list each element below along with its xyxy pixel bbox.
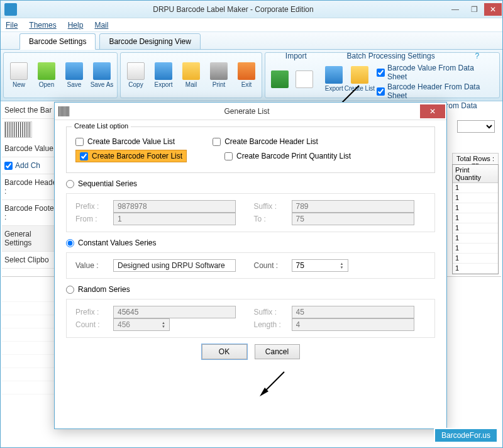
tab-bar: Barcode Settings Barcode Designing View [1, 32, 502, 50]
ok-button[interactable]: OK [202, 344, 247, 359]
generate-list-dialog: Generate List ✕ Create List option Creat… [54, 102, 447, 429]
menu-themes[interactable]: Themes [29, 21, 56, 30]
print-button[interactable]: Print [206, 55, 232, 96]
add-check[interactable]: Add Ch [4, 161, 60, 170]
new-button[interactable]: New [6, 55, 32, 96]
batch-export-button[interactable]: Export [321, 62, 346, 96]
rand-prefix-input[interactable] [113, 306, 236, 318]
dialog-close-button[interactable]: ✕ [420, 104, 445, 118]
app-icon [4, 3, 17, 16]
table-row: 1 [453, 223, 498, 233]
watermark-badge: BarcodeFor.us [434, 428, 498, 443]
table-row: 1 [453, 203, 498, 213]
seq-from-input[interactable] [113, 213, 236, 225]
window-title: DRPU Barcode Label Maker - Corporate Edi… [21, 5, 446, 14]
maximize-button[interactable]: ❐ [465, 3, 483, 16]
exit-button[interactable]: Exit [233, 55, 260, 96]
saveas-button[interactable]: Save As [89, 55, 115, 96]
left-panel: Select the Bar Barcode Value : Add Ch Ba… [2, 102, 62, 278]
annotation-arrow-icon [256, 369, 287, 400]
barcode-icon [58, 106, 70, 116]
radio-sequential[interactable]: Sequential Series [66, 179, 435, 188]
export-button[interactable]: Export [150, 55, 177, 96]
rand-length-input[interactable] [292, 318, 414, 331]
radio-random[interactable]: Random Series [66, 285, 435, 294]
menu-mail[interactable]: Mail [94, 21, 108, 30]
table-row: 1 [453, 264, 498, 274]
import-text-button[interactable] [292, 62, 318, 96]
top-combo[interactable] [457, 120, 495, 133]
copy-button[interactable]: Copy [123, 55, 149, 96]
import-excel-button[interactable] [267, 62, 292, 96]
const-value-input[interactable] [113, 259, 236, 272]
table-row: 1 [453, 254, 498, 264]
rand-suffix-input[interactable] [292, 306, 414, 318]
menu-help[interactable]: Help [68, 21, 84, 30]
rand-count-spinner[interactable]: 456▲▼ [113, 318, 170, 331]
save-button[interactable]: Save [61, 55, 87, 96]
table-row: 1 [453, 233, 498, 244]
seq-to-input[interactable] [292, 213, 414, 225]
tab-designing[interactable]: Barcode Designing View [99, 33, 201, 50]
minimize-button[interactable]: — [446, 3, 464, 16]
open-button[interactable]: Open [33, 55, 60, 96]
tab-settings[interactable]: Barcode Settings [19, 33, 96, 50]
quantity-table: Print Quantity 111111111 [452, 164, 499, 274]
table-row: 1 [453, 244, 498, 254]
ck-header-sheet[interactable]: Barcode Header From Data Sheet [377, 82, 494, 100]
opt-quantity-list[interactable]: Create Barcode Print Quantity List [224, 150, 351, 162]
menu-file[interactable]: File [6, 21, 18, 30]
svg-line-2 [263, 372, 284, 393]
ck-value-sheet[interactable]: Barcode Value From Data Sheet [377, 64, 494, 81]
radio-constant[interactable]: Constant Values Series [66, 238, 435, 247]
const-count-spinner[interactable]: 75▲▼ [292, 259, 348, 272]
table-row: 1 [453, 183, 498, 193]
ruler [2, 289, 62, 402]
close-button[interactable]: ✕ [484, 3, 502, 16]
menubar: File Themes Help Mail [1, 18, 502, 32]
opt-value-list[interactable]: Create Barcode Value List [75, 137, 175, 146]
batch-group: ImportBatch Processing Settings? Export … [265, 52, 500, 98]
seq-prefix-input[interactable] [113, 200, 236, 213]
table-row: 1 [453, 193, 498, 203]
ribbon: New Open Save Save As Copy Export Mail P… [1, 50, 502, 101]
help-icon[interactable]: ? [475, 52, 479, 60]
table-row: 1 [453, 213, 498, 223]
titlebar: DRPU Barcode Label Maker - Corporate Edi… [1, 1, 502, 18]
mail-button[interactable]: Mail [178, 55, 204, 96]
svg-marker-3 [260, 388, 268, 396]
opt-footer-list[interactable]: Create Barcode Footer List [75, 150, 187, 162]
barcode-preview-icon [4, 121, 32, 138]
cancel-button[interactable]: Cancel [255, 344, 300, 359]
opt-header-list[interactable]: Create Barcode Header List [213, 137, 318, 146]
dialog-titlebar: Generate List ✕ [55, 103, 446, 120]
seq-suffix-input[interactable] [292, 200, 414, 213]
create-list-button[interactable]: Create List [346, 62, 373, 96]
